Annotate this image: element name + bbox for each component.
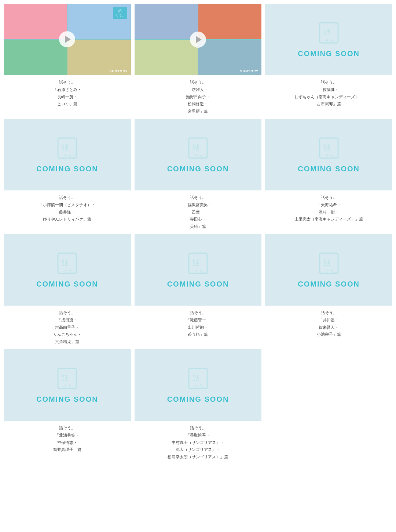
thumb-cell	[4, 40, 67, 75]
hanashi-cup-icon: 話 そう。	[56, 251, 78, 277]
card-caption-10: 話そう。 「北浦共笑・ 神保悟志・ 筒井真理子」篇	[53, 424, 81, 453]
hanashi-cup-icon: 話 そう。	[318, 251, 340, 277]
caption-line: 「佐藤健・	[294, 86, 363, 94]
coming-soon-label: COMING SOON	[167, 165, 229, 173]
card-10: 話 そう。 COMING SOON 話そう。 「北浦共笑・ 神保悟志・ 筒井真理…	[4, 349, 131, 461]
caption-line: ヒロミ」篇	[53, 101, 81, 108]
coming-soon-label: COMING SOON	[167, 280, 229, 288]
video-grid: 話そう。 SUNTORY 話そう。 「石原さとみ・ 長嶋一茂・ ヒロミ」篇 SU…	[4, 4, 392, 461]
caption-line: 藤井隆・	[39, 209, 95, 216]
hanashi-cup-icon: 話 そう。	[56, 136, 78, 162]
card-3: 話 そう。 COMING SOON 話そう。 「佐藤健・ しずちゃん（南海キャン…	[265, 4, 392, 115]
svg-text:話: 話	[323, 143, 331, 152]
thumb-cell	[135, 4, 198, 39]
caption-line: しずちゃん（南海キャンディーズ）・	[294, 94, 363, 101]
card-caption-2: 話そう。 「堺雅人・ 泡野日向子・ 松岡修造・ 宮里藍」篇	[186, 79, 210, 115]
card-caption-11: 話そう。 「香取慎吾・ 中村真士（サンゴリアス）・ 流大（サンゴリアス）・ 松島…	[168, 424, 228, 461]
svg-text:そう。: そう。	[194, 153, 208, 158]
thumbnail-3: 話 そう。 COMING SOON	[265, 4, 392, 75]
svg-text:話: 話	[62, 374, 69, 382]
thumbnail-7: 話 そう。 COMING SOON	[4, 234, 131, 306]
coming-soon-label: COMING SOON	[167, 395, 229, 404]
caption-line: 話そう。	[186, 309, 210, 317]
thumbnail-2[interactable]: SUNTORY	[135, 4, 262, 75]
coming-soon-label: COMING SOON	[298, 280, 360, 288]
card-caption-8: 話そう。 「滝藤賢一・ 出川哲朗・ 茶々緒」篇	[186, 309, 210, 338]
thumbnail-1[interactable]: 話そう。 SUNTORY	[4, 4, 131, 75]
caption-line: 「井川遥・	[317, 317, 341, 324]
svg-text:話: 話	[192, 143, 200, 152]
card-5: 話 そう。 COMING SOON 話そう。 「福沢富美男・ 乙葉・ 寺田心・ …	[135, 119, 262, 230]
caption-line: 「滝藤賢一・	[186, 317, 210, 324]
card-caption-6: 話そう。 「天海祐希・ 沢村一樹・ 山里亮太（南海キャンディーズ）」篇	[294, 194, 363, 223]
thumbnail-8: 話 そう。 COMING SOON	[135, 234, 262, 306]
svg-text:そう。: そう。	[63, 268, 77, 274]
card-caption-9: 話そう。 「井川遥・ 賀来賢人・ 小池栄子」篇	[317, 309, 341, 338]
coming-soon-label: COMING SOON	[36, 395, 98, 404]
suntory-label: SUNTORY	[240, 69, 259, 73]
svg-text:話: 話	[323, 259, 331, 267]
svg-text:話: 話	[192, 374, 200, 382]
caption-line: 神保悟志・	[53, 439, 81, 447]
hanashi-cup-icon: 話 そう。	[187, 251, 209, 277]
caption-line: 松岡修造・	[186, 101, 210, 108]
coming-soon-label: COMING SOON	[36, 165, 98, 173]
svg-text:話: 話	[62, 143, 69, 152]
card-1: 話そう。 SUNTORY 話そう。 「石原さとみ・ 長嶋一茂・ ヒロミ」篇	[4, 4, 131, 115]
card-9: 話 そう。 COMING SOON 話そう。 「井川遥・ 賀来賢人・ 小池栄子」…	[265, 234, 392, 346]
caption-line: 中村真士（サンゴリアス）・	[168, 439, 228, 447]
caption-line: 話そう。	[39, 194, 95, 201]
caption-line: 「福沢富美男・	[184, 201, 212, 209]
caption-line: 話そう。	[294, 79, 363, 86]
caption-line: 六角精児」篇	[53, 338, 81, 346]
caption-line: 賀来賢人・	[317, 324, 341, 331]
caption-line: 話そう。	[168, 424, 228, 432]
caption-line: 「小澤慎一朗（ピスタチオ）・	[39, 201, 95, 209]
thumbnail-11: 話 そう。 COMING SOON	[135, 349, 262, 421]
caption-line: 「堺雅人・	[186, 86, 210, 94]
coming-soon-label: COMING SOON	[36, 280, 98, 288]
caption-line: 小池栄子」篇	[317, 331, 341, 338]
caption-line: 「天海祐希・	[294, 201, 363, 209]
svg-text:そう。: そう。	[194, 383, 208, 389]
svg-text:話: 話	[323, 28, 331, 36]
caption-line: 話そう。	[53, 309, 81, 317]
caption-line: 松島幸太朗（サンゴリアス）」篇	[168, 453, 228, 461]
card-11: 話 そう。 COMING SOON 話そう。 「香取慎吾・ 中村真士（サンゴリア…	[135, 349, 262, 461]
svg-text:話: 話	[62, 259, 69, 267]
caption-line: 話そう。	[53, 424, 81, 432]
suntory-label: SUNTORY	[109, 69, 128, 73]
caption-line: りんごちゃん・	[53, 331, 81, 338]
play-button[interactable]	[59, 31, 75, 47]
caption-line: 吉高由里子・	[53, 324, 81, 331]
card-8: 話 そう。 COMING SOON 話そう。 「滝藤賢一・ 出川哲朗・ 茶々緒」…	[135, 234, 262, 346]
hanashi-cup-icon: 話 そう。	[318, 136, 340, 162]
hanashi-cup-icon: 話 そう。	[318, 21, 340, 47]
caption-line: 出川哲朗・	[186, 324, 210, 331]
play-button[interactable]	[190, 32, 206, 48]
card-caption-4: 話そう。 「小澤慎一朗（ピスタチオ）・ 藤井隆・ ゆりやんレトリィバァ」篇	[39, 194, 95, 223]
coming-soon-label: COMING SOON	[298, 165, 360, 173]
thumbnail-10: 話 そう。 COMING SOON	[4, 349, 131, 421]
caption-line: 宮里藍」篇	[186, 108, 210, 115]
caption-line: 話そう。	[186, 79, 210, 86]
svg-text:そう。: そう。	[63, 153, 77, 158]
svg-text:そう。: そう。	[194, 268, 208, 274]
hanashi-cup-icon: 話 そう。	[56, 367, 78, 392]
thumbnail-5: 話 そう。 COMING SOON	[135, 119, 262, 190]
caption-line: 長嶋一茂・	[53, 94, 81, 101]
card-caption-3: 話そう。 「佐藤健・ しずちゃん（南海キャンディーズ）・ 古市憲寿」篇	[294, 79, 363, 108]
svg-text:話: 話	[192, 259, 200, 267]
svg-text:そう。: そう。	[324, 38, 339, 43]
svg-text:そう。: そう。	[324, 153, 339, 158]
caption-line: 話そう。	[53, 79, 81, 86]
card-7: 話 そう。 COMING SOON 話そう。 「成田凌・ 吉高由里子・ りんごち…	[4, 234, 131, 346]
svg-text:そう。: そう。	[63, 383, 77, 389]
card-4: 話 そう。 COMING SOON 話そう。 「小澤慎一朗（ピスタチオ）・ 藤井…	[4, 119, 131, 230]
caption-line: 泡野日向子・	[186, 94, 210, 101]
caption-line: 茶々緒」篇	[186, 331, 210, 338]
caption-line: 「成田凌・	[53, 317, 81, 324]
thumb-cell	[135, 40, 198, 76]
thumb-cell	[198, 4, 261, 39]
hanashi-logo: 話そう。	[113, 7, 127, 19]
